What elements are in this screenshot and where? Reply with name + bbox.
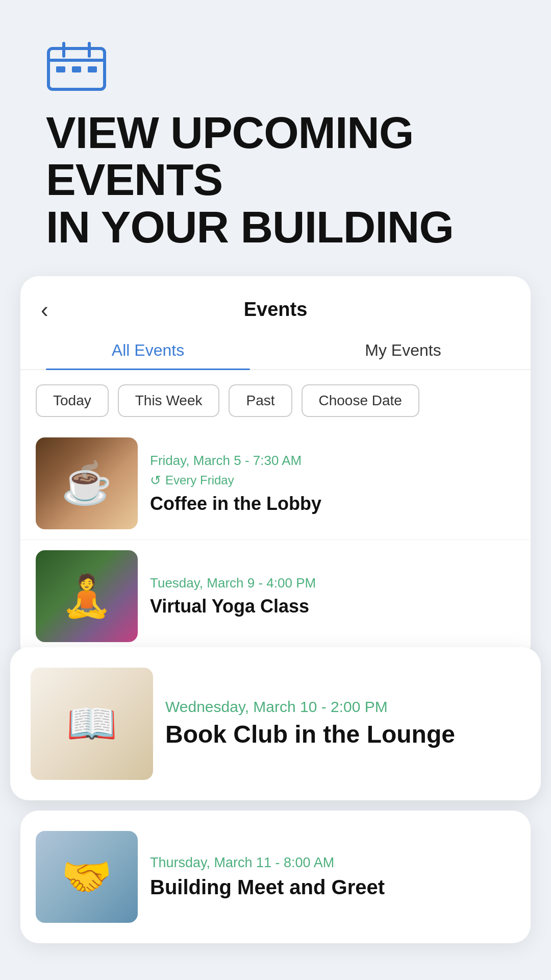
svg-rect-5 xyxy=(72,66,81,72)
hero-section: VIEW UPCOMING EVENTS IN YOUR BUILDING xyxy=(0,0,551,271)
event-image-meet xyxy=(36,831,138,923)
event-datetime: Tuesday, March 9 - 4:00 PM xyxy=(150,575,515,591)
filter-row: Today This Week Past Choose Date xyxy=(20,370,531,427)
filter-today[interactable]: Today xyxy=(36,384,109,417)
tabs-row: All Events My Events xyxy=(20,331,531,370)
events-title: Events xyxy=(244,299,308,321)
event-datetime: Friday, March 5 - 7:30 AM xyxy=(150,453,515,469)
app-card: ‹ Events All Events My Events Today This… xyxy=(20,276,531,663)
tab-all-events[interactable]: All Events xyxy=(20,331,276,369)
event-info: Wednesday, March 10 - 2:00 PM Book Club … xyxy=(165,668,520,780)
event-recurrence: ↺ Every Friday xyxy=(150,473,515,488)
overflow-card: Wednesday, March 10 - 2:00 PM Book Club … xyxy=(10,647,541,800)
event-list: Friday, March 5 - 7:30 AM ↺ Every Friday… xyxy=(20,427,531,652)
svg-rect-4 xyxy=(56,66,65,72)
event-info: Tuesday, March 9 - 4:00 PM Virtual Yoga … xyxy=(150,550,515,642)
event-datetime: Thursday, March 11 - 8:00 AM xyxy=(150,855,515,871)
event-name: Building Meet and Greet xyxy=(150,875,515,899)
app-header: ‹ Events xyxy=(20,276,531,331)
list-item[interactable]: Thursday, March 11 - 8:00 AM Building Me… xyxy=(20,821,531,933)
event-name: Coffee in the Lobby xyxy=(150,493,515,514)
hero-title: VIEW UPCOMING EVENTS IN YOUR BUILDING xyxy=(46,109,505,251)
bottom-card: Thursday, March 11 - 8:00 AM Building Me… xyxy=(20,811,531,943)
tab-my-events[interactable]: My Events xyxy=(276,331,531,369)
event-image-coffee xyxy=(36,437,138,529)
event-name: Book Club in the Lounge xyxy=(165,720,520,749)
filter-past[interactable]: Past xyxy=(229,384,292,417)
event-info: Thursday, March 11 - 8:00 AM Building Me… xyxy=(150,831,515,923)
svg-rect-6 xyxy=(88,66,97,72)
filter-choose-date[interactable]: Choose Date xyxy=(302,384,419,417)
calendar-icon xyxy=(46,41,107,92)
event-image-yoga xyxy=(36,550,138,642)
event-datetime: Wednesday, March 10 - 2:00 PM xyxy=(165,698,520,716)
event-info: Friday, March 5 - 7:30 AM ↺ Every Friday… xyxy=(150,437,515,529)
filter-this-week[interactable]: This Week xyxy=(118,384,220,417)
back-button[interactable]: ‹ xyxy=(41,299,48,321)
list-item[interactable]: Wednesday, March 10 - 2:00 PM Book Club … xyxy=(10,657,541,790)
list-item[interactable]: Tuesday, March 9 - 4:00 PM Virtual Yoga … xyxy=(20,540,531,652)
event-name: Virtual Yoga Class xyxy=(150,595,515,617)
recurrence-icon: ↺ xyxy=(150,473,161,488)
list-item[interactable]: Friday, March 5 - 7:30 AM ↺ Every Friday… xyxy=(20,427,531,540)
event-image-book xyxy=(31,668,153,780)
